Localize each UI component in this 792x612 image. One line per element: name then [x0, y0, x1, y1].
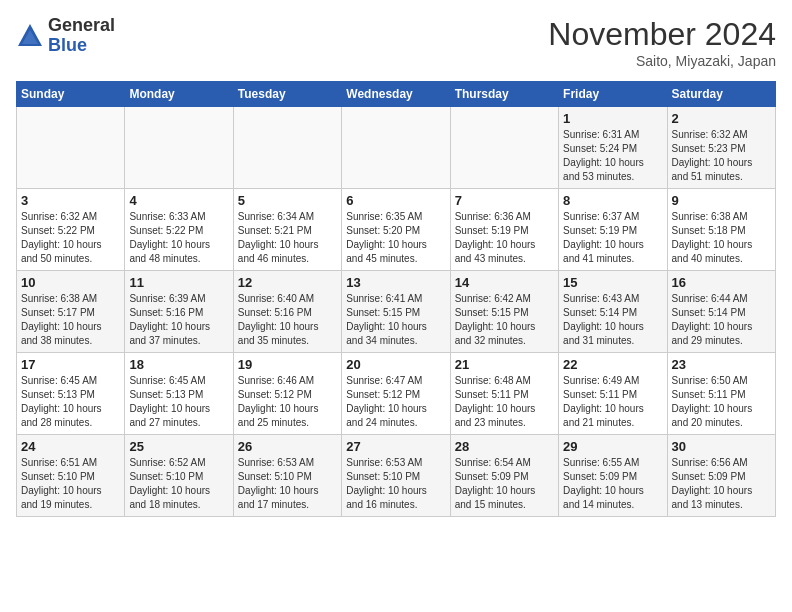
- day-number: 24: [21, 439, 120, 454]
- day-cell: 30Sunrise: 6:56 AMSunset: 5:09 PMDayligh…: [667, 435, 775, 517]
- day-number: 15: [563, 275, 662, 290]
- day-number: 16: [672, 275, 771, 290]
- day-cell: 24Sunrise: 6:51 AMSunset: 5:10 PMDayligh…: [17, 435, 125, 517]
- day-info: Sunrise: 6:44 AMSunset: 5:14 PMDaylight:…: [672, 292, 771, 348]
- day-info: Sunrise: 6:55 AMSunset: 5:09 PMDaylight:…: [563, 456, 662, 512]
- day-cell: 8Sunrise: 6:37 AMSunset: 5:19 PMDaylight…: [559, 189, 667, 271]
- day-number: 26: [238, 439, 337, 454]
- day-cell: 14Sunrise: 6:42 AMSunset: 5:15 PMDayligh…: [450, 271, 558, 353]
- day-number: 14: [455, 275, 554, 290]
- day-info: Sunrise: 6:43 AMSunset: 5:14 PMDaylight:…: [563, 292, 662, 348]
- page-header: General Blue November 2024 Saito, Miyaza…: [16, 16, 776, 69]
- week-row-2: 3Sunrise: 6:32 AMSunset: 5:22 PMDaylight…: [17, 189, 776, 271]
- day-number: 19: [238, 357, 337, 372]
- day-number: 22: [563, 357, 662, 372]
- day-cell: 22Sunrise: 6:49 AMSunset: 5:11 PMDayligh…: [559, 353, 667, 435]
- header-cell-saturday: Saturday: [667, 82, 775, 107]
- day-cell: 29Sunrise: 6:55 AMSunset: 5:09 PMDayligh…: [559, 435, 667, 517]
- day-number: 5: [238, 193, 337, 208]
- day-cell: 1Sunrise: 6:31 AMSunset: 5:24 PMDaylight…: [559, 107, 667, 189]
- day-cell: 18Sunrise: 6:45 AMSunset: 5:13 PMDayligh…: [125, 353, 233, 435]
- day-info: Sunrise: 6:50 AMSunset: 5:11 PMDaylight:…: [672, 374, 771, 430]
- day-number: 9: [672, 193, 771, 208]
- day-cell: [125, 107, 233, 189]
- calendar-body: 1Sunrise: 6:31 AMSunset: 5:24 PMDaylight…: [17, 107, 776, 517]
- day-number: 25: [129, 439, 228, 454]
- day-number: 6: [346, 193, 445, 208]
- day-cell: 16Sunrise: 6:44 AMSunset: 5:14 PMDayligh…: [667, 271, 775, 353]
- day-number: 28: [455, 439, 554, 454]
- day-cell: 27Sunrise: 6:53 AMSunset: 5:10 PMDayligh…: [342, 435, 450, 517]
- day-number: 8: [563, 193, 662, 208]
- title-block: November 2024 Saito, Miyazaki, Japan: [548, 16, 776, 69]
- week-row-4: 17Sunrise: 6:45 AMSunset: 5:13 PMDayligh…: [17, 353, 776, 435]
- day-number: 23: [672, 357, 771, 372]
- day-info: Sunrise: 6:32 AMSunset: 5:22 PMDaylight:…: [21, 210, 120, 266]
- logo-blue-text: Blue: [48, 35, 87, 55]
- day-info: Sunrise: 6:52 AMSunset: 5:10 PMDaylight:…: [129, 456, 228, 512]
- day-info: Sunrise: 6:47 AMSunset: 5:12 PMDaylight:…: [346, 374, 445, 430]
- week-row-5: 24Sunrise: 6:51 AMSunset: 5:10 PMDayligh…: [17, 435, 776, 517]
- week-row-1: 1Sunrise: 6:31 AMSunset: 5:24 PMDaylight…: [17, 107, 776, 189]
- header-cell-sunday: Sunday: [17, 82, 125, 107]
- day-cell: 3Sunrise: 6:32 AMSunset: 5:22 PMDaylight…: [17, 189, 125, 271]
- header-cell-wednesday: Wednesday: [342, 82, 450, 107]
- day-info: Sunrise: 6:45 AMSunset: 5:13 PMDaylight:…: [129, 374, 228, 430]
- day-info: Sunrise: 6:38 AMSunset: 5:17 PMDaylight:…: [21, 292, 120, 348]
- day-info: Sunrise: 6:32 AMSunset: 5:23 PMDaylight:…: [672, 128, 771, 184]
- calendar-header: SundayMondayTuesdayWednesdayThursdayFrid…: [17, 82, 776, 107]
- logo-icon: [16, 22, 44, 50]
- calendar-table: SundayMondayTuesdayWednesdayThursdayFrid…: [16, 81, 776, 517]
- day-number: 10: [21, 275, 120, 290]
- day-cell: 21Sunrise: 6:48 AMSunset: 5:11 PMDayligh…: [450, 353, 558, 435]
- day-info: Sunrise: 6:37 AMSunset: 5:19 PMDaylight:…: [563, 210, 662, 266]
- day-number: 18: [129, 357, 228, 372]
- day-info: Sunrise: 6:46 AMSunset: 5:12 PMDaylight:…: [238, 374, 337, 430]
- header-cell-monday: Monday: [125, 82, 233, 107]
- day-cell: 23Sunrise: 6:50 AMSunset: 5:11 PMDayligh…: [667, 353, 775, 435]
- day-info: Sunrise: 6:51 AMSunset: 5:10 PMDaylight:…: [21, 456, 120, 512]
- day-info: Sunrise: 6:35 AMSunset: 5:20 PMDaylight:…: [346, 210, 445, 266]
- day-info: Sunrise: 6:56 AMSunset: 5:09 PMDaylight:…: [672, 456, 771, 512]
- day-cell: 2Sunrise: 6:32 AMSunset: 5:23 PMDaylight…: [667, 107, 775, 189]
- day-cell: 20Sunrise: 6:47 AMSunset: 5:12 PMDayligh…: [342, 353, 450, 435]
- day-info: Sunrise: 6:36 AMSunset: 5:19 PMDaylight:…: [455, 210, 554, 266]
- logo: General Blue: [16, 16, 115, 56]
- day-cell: 11Sunrise: 6:39 AMSunset: 5:16 PMDayligh…: [125, 271, 233, 353]
- day-info: Sunrise: 6:49 AMSunset: 5:11 PMDaylight:…: [563, 374, 662, 430]
- day-info: Sunrise: 6:41 AMSunset: 5:15 PMDaylight:…: [346, 292, 445, 348]
- day-cell: 17Sunrise: 6:45 AMSunset: 5:13 PMDayligh…: [17, 353, 125, 435]
- day-number: 13: [346, 275, 445, 290]
- day-cell: 4Sunrise: 6:33 AMSunset: 5:22 PMDaylight…: [125, 189, 233, 271]
- day-cell: [17, 107, 125, 189]
- day-cell: 13Sunrise: 6:41 AMSunset: 5:15 PMDayligh…: [342, 271, 450, 353]
- day-cell: 12Sunrise: 6:40 AMSunset: 5:16 PMDayligh…: [233, 271, 341, 353]
- day-info: Sunrise: 6:34 AMSunset: 5:21 PMDaylight:…: [238, 210, 337, 266]
- header-cell-thursday: Thursday: [450, 82, 558, 107]
- day-cell: 26Sunrise: 6:53 AMSunset: 5:10 PMDayligh…: [233, 435, 341, 517]
- day-cell: 6Sunrise: 6:35 AMSunset: 5:20 PMDaylight…: [342, 189, 450, 271]
- day-cell: 10Sunrise: 6:38 AMSunset: 5:17 PMDayligh…: [17, 271, 125, 353]
- day-cell: [342, 107, 450, 189]
- day-cell: 25Sunrise: 6:52 AMSunset: 5:10 PMDayligh…: [125, 435, 233, 517]
- day-info: Sunrise: 6:53 AMSunset: 5:10 PMDaylight:…: [346, 456, 445, 512]
- day-number: 11: [129, 275, 228, 290]
- day-cell: 15Sunrise: 6:43 AMSunset: 5:14 PMDayligh…: [559, 271, 667, 353]
- day-info: Sunrise: 6:42 AMSunset: 5:15 PMDaylight:…: [455, 292, 554, 348]
- day-info: Sunrise: 6:48 AMSunset: 5:11 PMDaylight:…: [455, 374, 554, 430]
- day-info: Sunrise: 6:54 AMSunset: 5:09 PMDaylight:…: [455, 456, 554, 512]
- day-number: 4: [129, 193, 228, 208]
- day-cell: [233, 107, 341, 189]
- header-row: SundayMondayTuesdayWednesdayThursdayFrid…: [17, 82, 776, 107]
- day-cell: 28Sunrise: 6:54 AMSunset: 5:09 PMDayligh…: [450, 435, 558, 517]
- day-info: Sunrise: 6:40 AMSunset: 5:16 PMDaylight:…: [238, 292, 337, 348]
- day-info: Sunrise: 6:31 AMSunset: 5:24 PMDaylight:…: [563, 128, 662, 184]
- day-number: 17: [21, 357, 120, 372]
- day-info: Sunrise: 6:45 AMSunset: 5:13 PMDaylight:…: [21, 374, 120, 430]
- day-number: 1: [563, 111, 662, 126]
- header-cell-tuesday: Tuesday: [233, 82, 341, 107]
- location-subtitle: Saito, Miyazaki, Japan: [548, 53, 776, 69]
- day-number: 30: [672, 439, 771, 454]
- day-number: 20: [346, 357, 445, 372]
- day-cell: 19Sunrise: 6:46 AMSunset: 5:12 PMDayligh…: [233, 353, 341, 435]
